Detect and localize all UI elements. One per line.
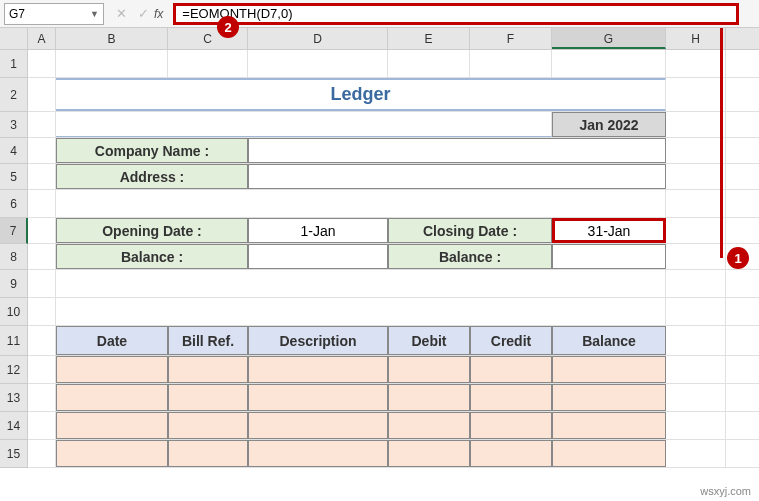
table-cell[interactable]	[56, 412, 168, 439]
cell[interactable]	[28, 356, 56, 383]
company-name-value[interactable]	[248, 138, 666, 163]
cell[interactable]	[666, 78, 726, 111]
cell[interactable]	[470, 50, 552, 77]
opening-date-label[interactable]: Opening Date :	[56, 218, 248, 243]
row-header-6[interactable]: 6	[0, 190, 28, 218]
table-cell[interactable]	[248, 440, 388, 467]
cells-area[interactable]: Ledger Jan 2022 Company Name : Address :	[28, 50, 759, 468]
row-header-12[interactable]: 12	[0, 356, 28, 384]
balance-value-1[interactable]	[248, 244, 388, 269]
formula-input[interactable]: =EOMONTH(D7,0)	[173, 3, 739, 25]
chevron-down-icon[interactable]: ▼	[90, 9, 99, 19]
cell[interactable]	[168, 50, 248, 77]
cell[interactable]	[248, 50, 388, 77]
col-header-F[interactable]: F	[470, 28, 552, 49]
row-header-9[interactable]: 9	[0, 270, 28, 298]
table-cell[interactable]	[470, 440, 552, 467]
cell[interactable]	[666, 112, 726, 137]
cell[interactable]	[28, 270, 56, 297]
opening-date-value[interactable]: 1-Jan	[248, 218, 388, 243]
table-cell[interactable]	[388, 440, 470, 467]
cell[interactable]	[56, 190, 666, 217]
cell[interactable]	[666, 190, 726, 217]
table-cell[interactable]	[168, 440, 248, 467]
cell[interactable]	[552, 50, 666, 77]
table-cell[interactable]	[168, 412, 248, 439]
table-cell[interactable]	[470, 384, 552, 411]
cell[interactable]	[28, 412, 56, 439]
cell[interactable]	[28, 244, 56, 269]
cell[interactable]	[28, 112, 56, 137]
col-header-E[interactable]: E	[388, 28, 470, 49]
cell[interactable]	[666, 298, 726, 325]
cell[interactable]	[666, 218, 726, 243]
cell[interactable]	[666, 50, 726, 77]
row-header-7[interactable]: 7	[0, 218, 28, 244]
th-debit[interactable]: Debit	[388, 326, 470, 355]
cell[interactable]	[28, 218, 56, 243]
table-cell[interactable]	[388, 356, 470, 383]
ledger-title[interactable]: Ledger	[56, 78, 666, 111]
fx-icon[interactable]: fx	[154, 7, 163, 21]
row-header-14[interactable]: 14	[0, 412, 28, 440]
row-header-5[interactable]: 5	[0, 164, 28, 190]
cell[interactable]	[28, 164, 56, 189]
table-cell[interactable]	[388, 412, 470, 439]
cell[interactable]	[666, 440, 726, 467]
cell[interactable]	[666, 164, 726, 189]
col-header-B[interactable]: B	[56, 28, 168, 49]
row-header-1[interactable]: 1	[0, 50, 28, 78]
select-all-corner[interactable]	[0, 28, 28, 49]
closing-date-value[interactable]: 31-Jan	[552, 218, 666, 243]
balance-value-2[interactable]	[552, 244, 666, 269]
table-cell[interactable]	[552, 412, 666, 439]
check-icon[interactable]: ✓	[132, 6, 154, 21]
table-cell[interactable]	[552, 356, 666, 383]
cell[interactable]	[666, 270, 726, 297]
cell[interactable]	[28, 78, 56, 111]
table-cell[interactable]	[470, 412, 552, 439]
col-header-G[interactable]: G	[552, 28, 666, 49]
name-box[interactable]: G7 ▼	[4, 3, 104, 25]
cell[interactable]	[28, 138, 56, 163]
table-cell[interactable]	[248, 356, 388, 383]
cell[interactable]	[28, 50, 56, 77]
th-balance[interactable]: Balance	[552, 326, 666, 355]
cell[interactable]	[56, 112, 552, 137]
row-header-10[interactable]: 10	[0, 298, 28, 326]
address-value[interactable]	[248, 164, 666, 189]
table-cell[interactable]	[168, 384, 248, 411]
row-header-13[interactable]: 13	[0, 384, 28, 412]
cell[interactable]	[56, 50, 168, 77]
table-cell[interactable]	[470, 356, 552, 383]
balance-label-2[interactable]: Balance :	[388, 244, 552, 269]
table-cell[interactable]	[552, 440, 666, 467]
cell[interactable]	[666, 384, 726, 411]
cell[interactable]	[56, 270, 666, 297]
cell[interactable]	[666, 356, 726, 383]
table-cell[interactable]	[552, 384, 666, 411]
cell[interactable]	[666, 244, 726, 269]
table-cell[interactable]	[56, 440, 168, 467]
row-header-15[interactable]: 15	[0, 440, 28, 468]
th-description[interactable]: Description	[248, 326, 388, 355]
company-name-label[interactable]: Company Name :	[56, 138, 248, 163]
cell[interactable]	[666, 326, 726, 355]
cell[interactable]	[28, 384, 56, 411]
cell[interactable]	[28, 190, 56, 217]
cell[interactable]	[28, 326, 56, 355]
row-header-11[interactable]: 11	[0, 326, 28, 356]
table-cell[interactable]	[168, 356, 248, 383]
cell[interactable]	[28, 440, 56, 467]
cell[interactable]	[388, 50, 470, 77]
cell[interactable]	[28, 298, 56, 325]
table-cell[interactable]	[248, 384, 388, 411]
month-cell[interactable]: Jan 2022	[552, 112, 666, 137]
col-header-H[interactable]: H	[666, 28, 726, 49]
th-credit[interactable]: Credit	[470, 326, 552, 355]
th-date[interactable]: Date	[56, 326, 168, 355]
th-billref[interactable]: Bill Ref.	[168, 326, 248, 355]
col-header-D[interactable]: D	[248, 28, 388, 49]
row-header-8[interactable]: 8	[0, 244, 28, 270]
address-label[interactable]: Address :	[56, 164, 248, 189]
